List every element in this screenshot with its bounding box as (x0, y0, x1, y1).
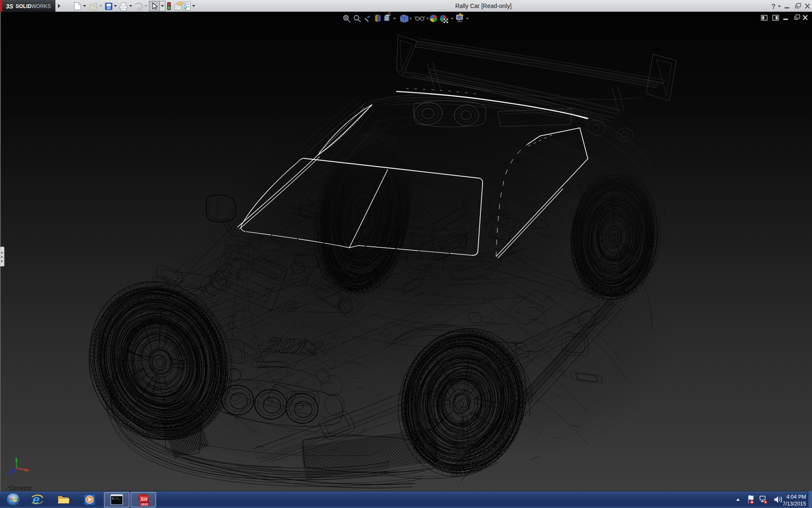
svg-text:C:\_: C:\_ (112, 497, 120, 500)
svg-text:4:04 PM: 4:04 PM (786, 494, 806, 500)
svg-text:*Dimetric: *Dimetric (7, 485, 32, 491)
svg-text:Rally Car [Read-only]: Rally Car [Read-only] (455, 3, 511, 9)
svg-text:?: ? (771, 3, 776, 10)
svg-text:7/13/2015: 7/13/2015 (782, 501, 806, 507)
svg-text:SOLIDWORKS: SOLIDWORKS (16, 3, 51, 9)
svg-text:2015: 2015 (141, 502, 148, 506)
svg-text:SW: SW (141, 497, 148, 502)
svg-text:e: e (33, 492, 40, 506)
svg-text:3S: 3S (6, 3, 14, 10)
